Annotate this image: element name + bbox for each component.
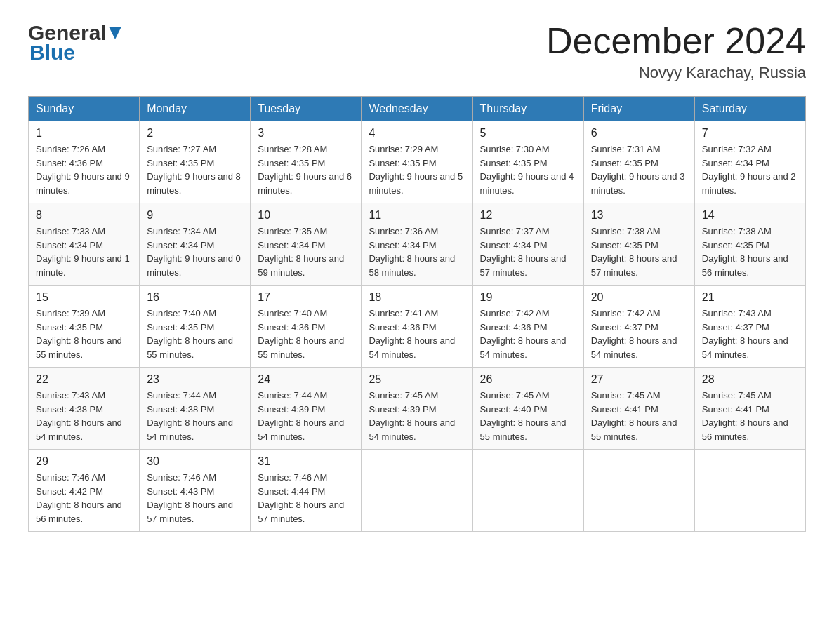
calendar-day-cell: 30 Sunrise: 7:46 AMSunset: 4:43 PMDaylig… <box>140 450 251 532</box>
day-number: 20 <box>591 291 687 304</box>
day-number: 7 <box>702 127 798 140</box>
calendar-day-cell: 31 Sunrise: 7:46 AMSunset: 4:44 PMDaylig… <box>251 450 362 532</box>
day-number: 22 <box>36 373 132 386</box>
day-info: Sunrise: 7:45 AMSunset: 4:41 PMDaylight:… <box>591 389 687 443</box>
calendar-day-cell: 1 Sunrise: 7:26 AMSunset: 4:36 PMDayligh… <box>29 121 140 203</box>
calendar-day-cell: 11 Sunrise: 7:36 AMSunset: 4:34 PMDaylig… <box>362 203 472 286</box>
weekday-header-monday: Monday <box>140 97 251 121</box>
calendar-day-cell: 2 Sunrise: 7:27 AMSunset: 4:35 PMDayligh… <box>140 121 251 203</box>
day-number: 16 <box>147 291 243 304</box>
day-info: Sunrise: 7:39 AMSunset: 4:35 PMDaylight:… <box>36 307 132 361</box>
day-number: 28 <box>702 373 798 386</box>
day-info: Sunrise: 7:27 AMSunset: 4:35 PMDaylight:… <box>147 142 243 197</box>
day-number: 4 <box>369 127 465 140</box>
day-number: 5 <box>480 127 576 140</box>
day-info: Sunrise: 7:45 AMSunset: 4:41 PMDaylight:… <box>702 389 798 443</box>
day-info: Sunrise: 7:44 AMSunset: 4:38 PMDaylight:… <box>147 389 243 443</box>
day-number: 19 <box>480 291 576 304</box>
calendar-week-row: 8 Sunrise: 7:33 AMSunset: 4:34 PMDayligh… <box>29 203 806 286</box>
calendar-day-cell: 16 Sunrise: 7:40 AMSunset: 4:35 PMDaylig… <box>140 286 251 368</box>
calendar-day-cell: 25 Sunrise: 7:45 AMSunset: 4:39 PMDaylig… <box>362 368 472 450</box>
calendar-day-cell: 19 Sunrise: 7:42 AMSunset: 4:36 PMDaylig… <box>472 286 583 368</box>
day-number: 18 <box>369 291 465 304</box>
calendar-day-cell: 24 Sunrise: 7:44 AMSunset: 4:39 PMDaylig… <box>251 368 362 450</box>
day-info: Sunrise: 7:37 AMSunset: 4:34 PMDaylight:… <box>480 224 576 279</box>
calendar-day-cell: 21 Sunrise: 7:43 AMSunset: 4:37 PMDaylig… <box>694 286 805 368</box>
day-number: 31 <box>258 455 354 468</box>
day-number: 17 <box>258 291 354 304</box>
calendar-day-cell: 23 Sunrise: 7:44 AMSunset: 4:38 PMDaylig… <box>140 368 251 450</box>
day-info: Sunrise: 7:46 AMSunset: 4:42 PMDaylight:… <box>36 471 132 525</box>
calendar-empty-cell <box>362 450 472 532</box>
day-info: Sunrise: 7:41 AMSunset: 4:36 PMDaylight:… <box>369 307 465 361</box>
svg-marker-0 <box>109 27 121 39</box>
logo: General Blue <box>28 21 121 63</box>
calendar-week-row: 29 Sunrise: 7:46 AMSunset: 4:42 PMDaylig… <box>29 450 806 532</box>
day-number: 3 <box>258 127 354 140</box>
day-info: Sunrise: 7:46 AMSunset: 4:44 PMDaylight:… <box>258 471 354 525</box>
day-info: Sunrise: 7:31 AMSunset: 4:35 PMDaylight:… <box>591 142 687 197</box>
logo-blue-text: Blue <box>29 42 75 63</box>
day-info: Sunrise: 7:43 AMSunset: 4:37 PMDaylight:… <box>702 307 798 361</box>
day-number: 1 <box>36 127 132 140</box>
calendar-day-cell: 9 Sunrise: 7:34 AMSunset: 4:34 PMDayligh… <box>140 203 251 286</box>
day-number: 27 <box>591 373 687 386</box>
day-number: 24 <box>258 373 354 386</box>
day-number: 21 <box>702 291 798 304</box>
calendar-empty-cell <box>472 450 583 532</box>
title-section: December 2024 Novyy Karachay, Russia <box>546 21 806 82</box>
calendar-day-cell: 17 Sunrise: 7:40 AMSunset: 4:36 PMDaylig… <box>251 286 362 368</box>
day-info: Sunrise: 7:30 AMSunset: 4:35 PMDaylight:… <box>480 142 576 197</box>
day-info: Sunrise: 7:33 AMSunset: 4:34 PMDaylight:… <box>36 224 132 279</box>
calendar-day-cell: 12 Sunrise: 7:37 AMSunset: 4:34 PMDaylig… <box>472 203 583 286</box>
day-number: 9 <box>147 209 243 222</box>
day-info: Sunrise: 7:42 AMSunset: 4:36 PMDaylight:… <box>480 307 576 361</box>
weekday-header-row: SundayMondayTuesdayWednesdayThursdayFrid… <box>29 97 806 121</box>
logo-triangle-icon <box>109 27 121 42</box>
weekday-header-saturday: Saturday <box>694 97 805 121</box>
calendar-day-cell: 10 Sunrise: 7:35 AMSunset: 4:34 PMDaylig… <box>251 203 362 286</box>
calendar-day-cell: 27 Sunrise: 7:45 AMSunset: 4:41 PMDaylig… <box>583 368 694 450</box>
calendar-day-cell: 15 Sunrise: 7:39 AMSunset: 4:35 PMDaylig… <box>29 286 140 368</box>
calendar-day-cell: 14 Sunrise: 7:38 AMSunset: 4:35 PMDaylig… <box>694 203 805 286</box>
day-number: 10 <box>258 209 354 222</box>
day-number: 8 <box>36 209 132 222</box>
calendar-day-cell: 4 Sunrise: 7:29 AMSunset: 4:35 PMDayligh… <box>362 121 472 203</box>
calendar-day-cell: 28 Sunrise: 7:45 AMSunset: 4:41 PMDaylig… <box>694 368 805 450</box>
day-number: 14 <box>702 209 798 222</box>
calendar-week-row: 1 Sunrise: 7:26 AMSunset: 4:36 PMDayligh… <box>29 121 806 203</box>
day-number: 23 <box>147 373 243 386</box>
calendar-day-cell: 3 Sunrise: 7:28 AMSunset: 4:35 PMDayligh… <box>251 121 362 203</box>
calendar-day-cell: 20 Sunrise: 7:42 AMSunset: 4:37 PMDaylig… <box>583 286 694 368</box>
day-info: Sunrise: 7:42 AMSunset: 4:37 PMDaylight:… <box>591 307 687 361</box>
calendar-day-cell: 5 Sunrise: 7:30 AMSunset: 4:35 PMDayligh… <box>472 121 583 203</box>
calendar-week-row: 22 Sunrise: 7:43 AMSunset: 4:38 PMDaylig… <box>29 368 806 450</box>
day-info: Sunrise: 7:38 AMSunset: 4:35 PMDaylight:… <box>591 224 687 279</box>
day-info: Sunrise: 7:29 AMSunset: 4:35 PMDaylight:… <box>369 142 465 197</box>
day-number: 12 <box>480 209 576 222</box>
day-info: Sunrise: 7:44 AMSunset: 4:39 PMDaylight:… <box>258 389 354 443</box>
day-info: Sunrise: 7:34 AMSunset: 4:34 PMDaylight:… <box>147 224 243 279</box>
day-number: 29 <box>36 455 132 468</box>
day-number: 2 <box>147 127 243 140</box>
location-subtitle: Novyy Karachay, Russia <box>546 64 806 82</box>
day-info: Sunrise: 7:35 AMSunset: 4:34 PMDaylight:… <box>258 224 354 279</box>
day-info: Sunrise: 7:40 AMSunset: 4:35 PMDaylight:… <box>147 307 243 361</box>
weekday-header-thursday: Thursday <box>472 97 583 121</box>
day-info: Sunrise: 7:38 AMSunset: 4:35 PMDaylight:… <box>702 224 798 279</box>
calendar-day-cell: 22 Sunrise: 7:43 AMSunset: 4:38 PMDaylig… <box>29 368 140 450</box>
weekday-header-wednesday: Wednesday <box>362 97 472 121</box>
day-number: 25 <box>369 373 465 386</box>
day-info: Sunrise: 7:28 AMSunset: 4:35 PMDaylight:… <box>258 142 354 197</box>
day-number: 13 <box>591 209 687 222</box>
day-info: Sunrise: 7:45 AMSunset: 4:40 PMDaylight:… <box>480 389 576 443</box>
calendar-day-cell: 7 Sunrise: 7:32 AMSunset: 4:34 PMDayligh… <box>694 121 805 203</box>
calendar-day-cell: 13 Sunrise: 7:38 AMSunset: 4:35 PMDaylig… <box>583 203 694 286</box>
calendar-table: SundayMondayTuesdayWednesdayThursdayFrid… <box>28 96 806 532</box>
calendar-day-cell: 26 Sunrise: 7:45 AMSunset: 4:40 PMDaylig… <box>472 368 583 450</box>
day-number: 15 <box>36 291 132 304</box>
day-number: 26 <box>480 373 576 386</box>
day-info: Sunrise: 7:45 AMSunset: 4:39 PMDaylight:… <box>369 389 465 443</box>
calendar-day-cell: 18 Sunrise: 7:41 AMSunset: 4:36 PMDaylig… <box>362 286 472 368</box>
weekday-header-friday: Friday <box>583 97 694 121</box>
